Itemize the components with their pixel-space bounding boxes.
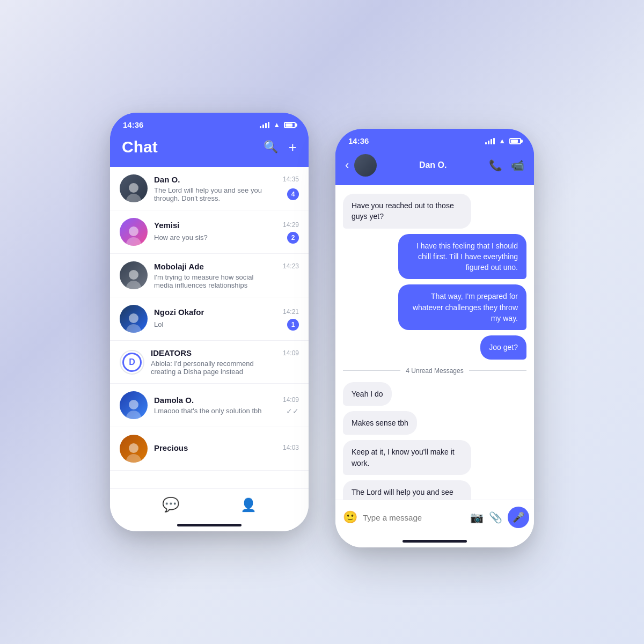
chat-item-mobolaji[interactable]: Mobolaji Ade 14:23 I'm trying to measure… bbox=[110, 254, 309, 297]
unread-badge-ngozi: 1 bbox=[287, 319, 299, 331]
message-input[interactable] bbox=[363, 513, 465, 522]
chat-time-yemisi: 14:29 bbox=[283, 221, 299, 229]
status-icons-phone2: ▲ bbox=[485, 137, 521, 145]
search-icon[interactable]: 🔍 bbox=[264, 140, 278, 154]
divider-line-right bbox=[469, 370, 526, 371]
chat-name-dan: Dan O. bbox=[154, 175, 180, 184]
chat-name-yemisi: Yemisi bbox=[154, 221, 180, 230]
chat-name-ngozi: Ngozi Okafor bbox=[154, 308, 204, 317]
chat-name-damola: Damola O. bbox=[154, 396, 194, 405]
signal-icon bbox=[260, 122, 269, 128]
nav-profile[interactable]: 👤 bbox=[240, 497, 257, 513]
signal-icon-phone2 bbox=[485, 138, 495, 144]
chat-info-yemisi: Yemisi 14:29 How are you sis? 2 bbox=[154, 221, 299, 244]
chat-nav-icon: 💬 bbox=[162, 496, 179, 513]
chat-info-precious: Precious 14:03 bbox=[154, 443, 299, 455]
avatar-ideators: D bbox=[120, 350, 144, 375]
bottom-nav: 💬 👤 bbox=[110, 488, 309, 518]
battery-icon-phone2 bbox=[509, 138, 521, 144]
avatar-precious bbox=[120, 435, 148, 463]
chat-info-ideators: IDEATORS 14:09 Abiola: I'd personally re… bbox=[151, 348, 299, 376]
avatar-ngozi bbox=[120, 305, 148, 333]
add-icon[interactable]: + bbox=[289, 139, 297, 156]
chat-info-dan: Dan O. 14:35 The Lord will help you and … bbox=[154, 175, 299, 202]
battery-icon bbox=[284, 122, 296, 128]
chat-title: Chat bbox=[122, 138, 158, 156]
chat-preview-yemisi: How are you sis? bbox=[154, 233, 208, 241]
chat-name-ideators: IDEATORS bbox=[151, 348, 192, 357]
nav-chat[interactable]: 💬 bbox=[162, 496, 179, 513]
chat-item-ideators[interactable]: D IDEATORS 14:09 Abiola: I'd personally … bbox=[110, 341, 309, 384]
video-icon[interactable]: 📹 bbox=[511, 159, 524, 172]
messages-area: Have you reached out to those guys yet? … bbox=[335, 185, 534, 500]
contact-name: Dan O. bbox=[382, 160, 484, 170]
status-time-phone2: 14:36 bbox=[348, 136, 369, 145]
status-bar-phone2: 14:36 ▲ bbox=[335, 129, 534, 150]
chat-title-bar: Chat 🔍 + bbox=[110, 134, 309, 167]
unread-count-label: 4 Unread Messages bbox=[406, 367, 463, 375]
mic-icon: 🎤 bbox=[513, 511, 524, 523]
chat-detail-header: ‹ Dan O. 📞 📹 bbox=[335, 150, 534, 185]
msg-7: Keep at it, I know you'll make it work. bbox=[343, 440, 471, 475]
header-actions: 📞 📹 bbox=[489, 159, 524, 172]
chat-info-mobolaji: Mobolaji Ade 14:23 I'm trying to measure… bbox=[154, 262, 299, 289]
chat-item-precious[interactable]: Precious 14:03 bbox=[110, 427, 309, 471]
chat-time-damola: 14:09 bbox=[283, 396, 299, 404]
msg-5: Yeah I do bbox=[343, 382, 392, 406]
phone2-header: 14:36 ▲ ‹ Dan O. 📞 bbox=[335, 129, 534, 185]
divider-line-left bbox=[343, 370, 400, 371]
call-icon[interactable]: 📞 bbox=[489, 159, 502, 172]
chat-info-damola: Damola O. 14:09 Lmaooo that's the only s… bbox=[154, 396, 299, 415]
status-bar-phone1: 14:36 ▲ bbox=[110, 113, 309, 134]
msg-8: The Lord will help you and see you throu… bbox=[343, 480, 471, 500]
status-time-phone1: 14:36 bbox=[123, 120, 143, 129]
chat-time-ngozi: 14:21 bbox=[283, 308, 299, 316]
msg-4: Joo get? bbox=[480, 335, 526, 359]
emoji-button[interactable]: 🙂 bbox=[343, 510, 357, 524]
chat-time-ideators: 14:09 bbox=[283, 349, 299, 357]
unread-badge-dan: 4 bbox=[287, 188, 299, 200]
home-indicator-phone2 bbox=[335, 535, 534, 547]
phone-chat-detail: 14:36 ▲ ‹ Dan O. 📞 bbox=[335, 129, 534, 547]
avatar-yemisi bbox=[120, 218, 148, 246]
chat-preview-ideators: Abiola: I'd personally recommend creatin… bbox=[151, 360, 269, 376]
unread-divider: 4 Unread Messages bbox=[343, 365, 526, 377]
unread-badge-yemisi: 2 bbox=[287, 232, 299, 244]
chat-item-ngozi[interactable]: Ngozi Okafor 14:21 Lol 1 bbox=[110, 297, 309, 341]
chat-item-damola[interactable]: Damola O. 14:09 Lmaooo that's the only s… bbox=[110, 384, 309, 427]
camera-button[interactable]: 📷 bbox=[470, 511, 484, 524]
avatar-dan bbox=[120, 174, 148, 202]
input-bar: 🙂 📷 📎 🎤 bbox=[335, 500, 534, 535]
chat-preview-dan: The Lord will help you and see you throu… bbox=[154, 186, 272, 202]
contact-avatar bbox=[354, 154, 377, 177]
chat-preview-damola: Lmaooo that's the only solution tbh bbox=[154, 407, 262, 415]
profile-nav-icon: 👤 bbox=[240, 497, 257, 513]
home-indicator bbox=[110, 518, 309, 531]
contact-name-area: Dan O. bbox=[382, 160, 484, 170]
header-icons: 🔍 + bbox=[264, 139, 297, 156]
chat-item-dan[interactable]: Dan O. 14:35 The Lord will help you and … bbox=[110, 167, 309, 210]
chat-preview-ngozi: Lol bbox=[154, 320, 163, 328]
wifi-icon: ▲ bbox=[273, 121, 280, 129]
double-check-icon: ✓✓ bbox=[286, 407, 299, 415]
chat-name-mobolaji: Mobolaji Ade bbox=[154, 262, 204, 271]
avatar-damola bbox=[120, 391, 148, 419]
wifi-icon-phone2: ▲ bbox=[499, 137, 506, 145]
status-icons-phone1: ▲ bbox=[260, 121, 296, 129]
chat-time-precious: 14:03 bbox=[283, 444, 299, 451]
mic-button[interactable]: 🎤 bbox=[508, 507, 529, 528]
chat-item-yemisi[interactable]: Yemisi 14:29 How are you sis? 2 bbox=[110, 210, 309, 254]
chat-info-ngozi: Ngozi Okafor 14:21 Lol 1 bbox=[154, 308, 299, 331]
chat-name-precious: Precious bbox=[154, 443, 188, 452]
chat-list: Dan O. 14:35 The Lord will help you and … bbox=[110, 167, 309, 488]
back-button[interactable]: ‹ bbox=[345, 158, 349, 172]
msg-6: Makes sense tbh bbox=[343, 411, 417, 435]
input-actions: 📷 📎 🎤 bbox=[470, 507, 529, 528]
home-bar bbox=[177, 524, 241, 526]
chat-preview-mobolaji: I'm trying to measure how social media i… bbox=[154, 273, 272, 289]
chat-time-dan: 14:35 bbox=[283, 175, 299, 183]
home-bar-phone2 bbox=[402, 540, 467, 543]
attach-button[interactable]: 📎 bbox=[489, 511, 502, 524]
avatar-mobolaji bbox=[120, 261, 148, 289]
phones-container: 14:36 ▲ Chat 🔍 + bbox=[110, 97, 534, 547]
